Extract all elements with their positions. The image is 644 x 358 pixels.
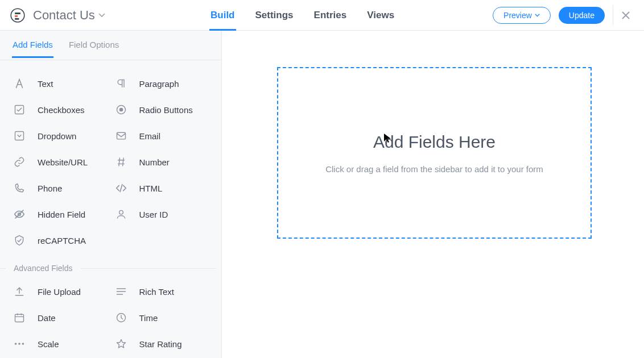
tab-build[interactable]: Build bbox=[210, 0, 235, 30]
field-label: Hidden Field bbox=[38, 210, 85, 219]
svg-point-13 bbox=[15, 343, 17, 345]
sidebar-tab-field-options[interactable]: Field Options bbox=[69, 40, 119, 57]
field-richtext[interactable]: Rich Text bbox=[114, 278, 216, 305]
basic-fields-grid: TextParagraphCheckboxesRadio ButtonsDrop… bbox=[13, 70, 216, 253]
field-checkbox[interactable]: Checkboxes bbox=[13, 97, 114, 123]
advanced-fields-header: Advanced Fields bbox=[0, 264, 216, 273]
field-label: User ID bbox=[139, 210, 168, 219]
hidden-icon bbox=[13, 207, 26, 221]
star-icon bbox=[114, 337, 128, 351]
field-user[interactable]: User ID bbox=[114, 201, 216, 227]
field-label: Star Rating bbox=[139, 339, 182, 349]
email-icon bbox=[114, 129, 128, 143]
svg-rect-3 bbox=[15, 18, 19, 19]
field-star[interactable]: Star Rating bbox=[114, 331, 216, 357]
app-logo-icon bbox=[10, 8, 25, 23]
advanced-fields-label: Advanced Fields bbox=[14, 264, 73, 273]
dropzone[interactable]: Add Fields Here Click or drag a field fr… bbox=[277, 67, 592, 239]
field-text-a[interactable]: Text bbox=[13, 70, 114, 97]
field-label: Website/URL bbox=[38, 157, 88, 167]
date-icon bbox=[13, 311, 26, 324]
tab-entries[interactable]: Entries bbox=[314, 0, 347, 30]
field-label: Phone bbox=[38, 184, 62, 193]
main-tabs: Build Settings Entries Views bbox=[210, 0, 394, 30]
field-recaptcha[interactable]: reCAPTCHA bbox=[13, 227, 114, 253]
header: Contact Us Build Settings Entries Views … bbox=[0, 0, 644, 31]
svg-rect-1 bbox=[15, 13, 20, 14]
field-label: Radio Buttons bbox=[139, 105, 193, 115]
field-email[interactable]: Email bbox=[114, 123, 216, 149]
sidebar: Add Fields Field Options TextParagraphCh… bbox=[0, 31, 222, 358]
field-label: Dropdown bbox=[38, 131, 76, 141]
field-dropdown[interactable]: Dropdown bbox=[13, 123, 114, 149]
dropzone-title: Add Fields Here bbox=[373, 132, 496, 152]
header-actions: Preview Update bbox=[493, 0, 644, 30]
scale-icon bbox=[13, 337, 26, 351]
html-icon bbox=[114, 181, 128, 195]
hash-icon bbox=[114, 155, 128, 169]
advanced-fields-grid: File UploadRich TextDateTimeScaleStar Ra… bbox=[13, 278, 216, 357]
field-label: Scale bbox=[38, 339, 59, 349]
field-time[interactable]: Time bbox=[114, 305, 216, 331]
time-icon bbox=[114, 311, 128, 324]
canvas: Add Fields Here Click or drag a field fr… bbox=[222, 31, 644, 358]
field-label: Time bbox=[139, 313, 158, 323]
field-upload[interactable]: File Upload bbox=[13, 278, 114, 305]
close-icon[interactable] bbox=[621, 11, 634, 20]
field-label: Paragraph bbox=[139, 79, 179, 89]
tab-views[interactable]: Views bbox=[367, 0, 394, 30]
dropdown-icon bbox=[13, 129, 26, 143]
field-hash[interactable]: Number bbox=[114, 149, 216, 175]
field-link[interactable]: Website/URL bbox=[13, 149, 114, 175]
svg-point-15 bbox=[22, 343, 24, 345]
svg-point-10 bbox=[119, 210, 123, 214]
svg-rect-2 bbox=[15, 15, 18, 17]
user-icon bbox=[114, 207, 128, 221]
svg-point-6 bbox=[119, 108, 123, 112]
radio-icon bbox=[114, 103, 128, 116]
update-button[interactable]: Update bbox=[559, 7, 605, 24]
field-label: HTML bbox=[139, 184, 163, 193]
svg-rect-11 bbox=[15, 314, 24, 322]
field-label: Date bbox=[38, 313, 56, 323]
field-label: Checkboxes bbox=[38, 105, 85, 115]
sidebar-tab-add-fields[interactable]: Add Fields bbox=[13, 40, 53, 57]
field-date[interactable]: Date bbox=[13, 305, 114, 331]
svg-point-14 bbox=[18, 343, 20, 345]
field-list: TextParagraphCheckboxesRadio ButtonsDrop… bbox=[0, 60, 221, 357]
field-label: Rich Text bbox=[139, 287, 174, 297]
paragraph-icon bbox=[114, 77, 128, 90]
text-a-icon bbox=[13, 77, 26, 90]
svg-rect-7 bbox=[15, 132, 24, 140]
field-hidden[interactable]: Hidden Field bbox=[13, 201, 114, 227]
upload-icon bbox=[13, 285, 26, 298]
caret-down-icon bbox=[98, 13, 105, 18]
tab-settings[interactable]: Settings bbox=[255, 0, 294, 30]
brand: Contact Us bbox=[0, 8, 105, 23]
field-label: Number bbox=[139, 157, 170, 167]
richtext-icon bbox=[114, 285, 128, 298]
field-radio[interactable]: Radio Buttons bbox=[114, 97, 216, 123]
form-title: Contact Us bbox=[33, 8, 95, 23]
divider bbox=[613, 5, 613, 26]
field-label: reCAPTCHA bbox=[38, 236, 86, 245]
field-label: Email bbox=[139, 131, 161, 141]
dropzone-help: Click or drag a field from the sidebar t… bbox=[325, 164, 543, 174]
link-icon bbox=[13, 155, 26, 169]
phone-icon bbox=[13, 181, 26, 195]
checkbox-icon bbox=[13, 103, 26, 116]
field-html[interactable]: HTML bbox=[114, 175, 216, 201]
sidebar-tabs: Add Fields Field Options bbox=[0, 31, 221, 60]
recaptcha-icon bbox=[13, 234, 26, 247]
field-phone[interactable]: Phone bbox=[13, 175, 114, 201]
caret-down-icon bbox=[535, 14, 540, 17]
preview-button[interactable]: Preview bbox=[493, 7, 551, 24]
svg-rect-8 bbox=[117, 132, 125, 139]
field-label: File Upload bbox=[38, 287, 81, 297]
field-scale[interactable]: Scale bbox=[13, 331, 114, 357]
body: Add Fields Field Options TextParagraphCh… bbox=[0, 31, 644, 358]
field-label: Text bbox=[38, 79, 53, 89]
field-paragraph[interactable]: Paragraph bbox=[114, 70, 216, 97]
form-title-dropdown[interactable]: Contact Us bbox=[33, 8, 105, 23]
